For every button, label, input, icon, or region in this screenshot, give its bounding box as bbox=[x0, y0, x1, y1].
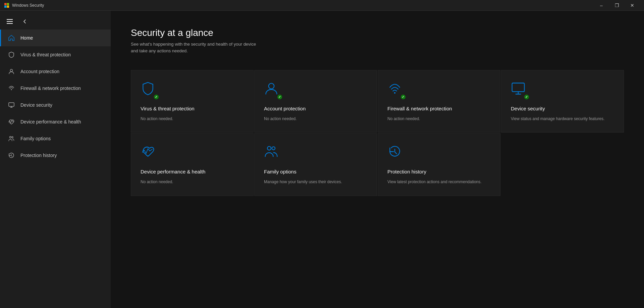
sidebar-item-account[interactable]: Account protection bbox=[0, 63, 111, 80]
sidebar-label-home: Home bbox=[20, 35, 33, 41]
svg-rect-3 bbox=[7, 5, 9, 8]
history-card-icon bbox=[387, 144, 402, 159]
window-controls: – ❐ ✕ bbox=[594, 0, 640, 11]
sidebar-label-history: Protection history bbox=[20, 153, 57, 158]
sidebar: Home Virus & threat protection Account p… bbox=[0, 11, 111, 308]
svg-rect-2 bbox=[4, 5, 7, 8]
app-container: Home Virus & threat protection Account p… bbox=[0, 11, 644, 308]
firewall-card[interactable]: Firewall & network protection No action … bbox=[378, 70, 500, 133]
hamburger-line-1 bbox=[7, 19, 13, 20]
empty-card bbox=[501, 133, 624, 196]
family-card-title: Family options bbox=[264, 168, 367, 175]
sidebar-label-device-health: Device performance & health bbox=[20, 119, 81, 124]
sidebar-item-family[interactable]: Family options bbox=[0, 130, 111, 147]
protection-history-card-icon-area bbox=[387, 144, 406, 163]
device-security-card-title: Device security bbox=[511, 105, 614, 112]
svg-rect-1 bbox=[7, 3, 9, 5]
sidebar-item-device-health[interactable]: Device performance & health bbox=[0, 113, 111, 130]
sidebar-label-family: Family options bbox=[20, 136, 51, 141]
sidebar-label-virus: Virus & threat protection bbox=[20, 52, 71, 57]
sidebar-label-account: Account protection bbox=[20, 69, 59, 74]
main-content: Security at a glance See what's happenin… bbox=[111, 11, 644, 308]
virus-check-badge bbox=[153, 94, 159, 100]
minimize-button[interactable]: – bbox=[594, 0, 609, 11]
device-health-card-icon-area bbox=[141, 144, 159, 163]
sidebar-item-virus[interactable]: Virus & threat protection bbox=[0, 46, 111, 63]
svg-point-5 bbox=[11, 89, 12, 90]
device-health-card-subtitle: No action needed. bbox=[141, 179, 244, 185]
family-card-subtitle: Manage how your family uses their device… bbox=[264, 179, 367, 185]
virus-card-icon-area bbox=[141, 81, 159, 100]
wifi-icon bbox=[8, 85, 15, 92]
account-card-icon-area bbox=[264, 81, 283, 100]
account-check-badge bbox=[277, 94, 283, 100]
sidebar-item-device-security[interactable]: Device security bbox=[0, 97, 111, 113]
svg-rect-11 bbox=[512, 83, 525, 92]
account-card[interactable]: Account protection No action needed. bbox=[254, 70, 377, 133]
firewall-card-icon-area bbox=[387, 81, 406, 100]
cards-row-1: Virus & threat protection No action need… bbox=[131, 70, 624, 133]
device-health-card-title: Device performance & health bbox=[141, 168, 244, 175]
wifi-card-icon bbox=[387, 81, 402, 96]
svg-point-13 bbox=[272, 147, 275, 150]
svg-point-4 bbox=[10, 69, 13, 72]
window-title: Windows Security bbox=[12, 3, 44, 8]
device-security-card-icon-area bbox=[511, 81, 530, 100]
firewall-card-title: Firewall & network protection bbox=[387, 105, 491, 112]
device-health-card[interactable]: Device performance & health No action ne… bbox=[131, 133, 254, 196]
health-card-icon bbox=[141, 144, 155, 159]
sidebar-item-history[interactable]: Protection history bbox=[0, 147, 111, 164]
title-bar: Windows Security – ❐ ✕ bbox=[0, 0, 644, 11]
page-subtitle: See what's happening with the security a… bbox=[131, 41, 332, 54]
monitor-card-icon bbox=[511, 81, 526, 96]
svg-point-8 bbox=[12, 137, 13, 138]
sidebar-item-firewall[interactable]: Firewall & network protection bbox=[0, 80, 111, 97]
protection-history-card-title: Protection history bbox=[387, 168, 491, 175]
firewall-check-badge bbox=[400, 94, 406, 100]
shield-icon bbox=[8, 51, 15, 58]
family-card-icon bbox=[264, 144, 279, 159]
monitor-icon bbox=[8, 101, 15, 109]
restore-button[interactable]: ❐ bbox=[609, 0, 625, 11]
family-card[interactable]: Family options Manage how your family us… bbox=[254, 133, 377, 196]
sidebar-item-home[interactable]: Home bbox=[0, 30, 111, 46]
device-security-card-subtitle: View status and manage hardware security… bbox=[511, 116, 614, 122]
back-button[interactable] bbox=[19, 17, 30, 25]
svg-point-10 bbox=[394, 92, 396, 94]
hamburger-line-3 bbox=[7, 23, 13, 24]
device-security-card[interactable]: Device security View status and manage h… bbox=[501, 70, 624, 133]
person-icon bbox=[8, 68, 15, 75]
cards-row-2: Device performance & health No action ne… bbox=[131, 133, 624, 196]
firewall-card-subtitle: No action needed. bbox=[387, 116, 491, 122]
family-card-icon-area bbox=[264, 144, 283, 163]
sidebar-top-actions bbox=[0, 13, 111, 30]
sidebar-label-device-security: Device security bbox=[20, 102, 52, 108]
protection-history-card-subtitle: View latest protection actions and recom… bbox=[387, 179, 491, 185]
sidebar-label-firewall: Firewall & network protection bbox=[20, 86, 81, 91]
shield-card-icon bbox=[141, 81, 155, 96]
svg-rect-6 bbox=[9, 103, 14, 106]
hamburger-button[interactable] bbox=[5, 18, 14, 25]
person-card-icon bbox=[264, 81, 279, 96]
home-icon bbox=[8, 34, 15, 42]
back-icon bbox=[22, 19, 28, 24]
app-icon bbox=[4, 3, 9, 8]
hamburger-line-2 bbox=[7, 21, 13, 22]
svg-point-9 bbox=[269, 83, 274, 89]
virus-card-title: Virus & threat protection bbox=[141, 105, 244, 112]
account-card-title: Account protection bbox=[264, 105, 367, 112]
device-security-check-badge bbox=[524, 94, 530, 100]
account-card-subtitle: No action needed. bbox=[264, 116, 367, 122]
history-icon bbox=[8, 152, 15, 159]
close-button[interactable]: ✕ bbox=[625, 0, 640, 11]
page-title: Security at a glance bbox=[131, 28, 624, 38]
virus-card[interactable]: Virus & threat protection No action need… bbox=[131, 70, 254, 133]
virus-card-subtitle: No action needed. bbox=[141, 116, 244, 122]
svg-point-12 bbox=[267, 147, 271, 150]
svg-point-7 bbox=[10, 137, 11, 138]
family-icon bbox=[8, 135, 15, 142]
svg-rect-0 bbox=[4, 3, 7, 5]
protection-history-card[interactable]: Protection history View latest protectio… bbox=[378, 133, 500, 196]
health-icon bbox=[8, 118, 15, 125]
